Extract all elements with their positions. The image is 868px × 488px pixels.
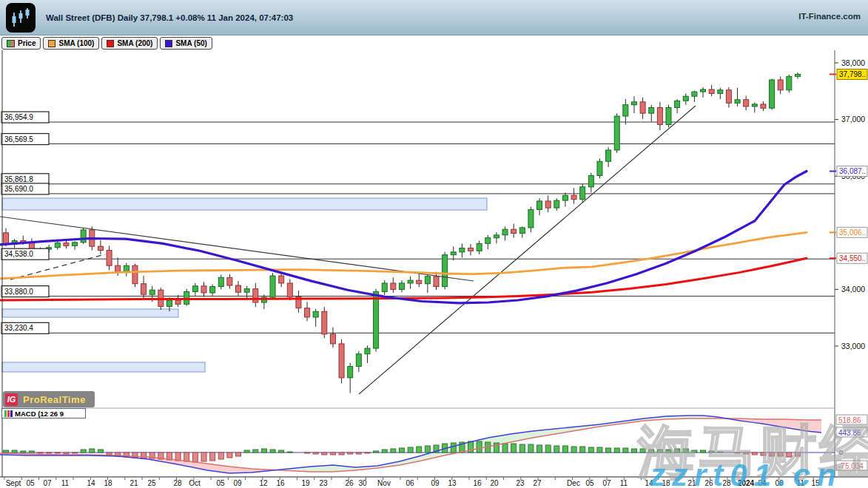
candle-body: [494, 235, 499, 238]
price-axis-layer: 38,00037,00036,00034,00033,00037,798..36…: [2, 50, 867, 477]
macd-histogram-bar: [528, 444, 534, 453]
macd-histogram-bar: [580, 447, 585, 453]
chart-title: Wall Street (DFB) Daily 37,798.1 +0.08% …: [46, 13, 293, 22]
macd-histogram-bar: [451, 443, 456, 453]
date-label: 18: [104, 479, 112, 487]
legend-button-price[interactable]: Price: [1, 37, 41, 50]
macd-histogram-bar: [132, 453, 138, 458]
candle-body: [98, 246, 103, 250]
candle-body: [554, 200, 559, 208]
candle-body: [391, 283, 396, 289]
trendline: [359, 106, 696, 394]
candle-body: [640, 102, 645, 113]
legend-label: SMA (50): [175, 39, 206, 47]
macd-histogram-bar: [47, 453, 52, 453]
chart-canvas[interactable]: 36,954.936,569.535,861.835,690.034,538.0…: [0, 0, 868, 488]
app-logo-icon: [6, 3, 36, 33]
macd-legend-label: MACD (12 26 9: [15, 410, 64, 418]
macd-histogram-bar: [55, 453, 60, 453]
candle-body: [752, 104, 757, 106]
candle-body: [571, 195, 576, 199]
candle-body: [657, 108, 662, 125]
watermark-layer: 海马财经zzrt01.cn: [637, 419, 868, 488]
candle-body: [545, 201, 551, 208]
candle-body: [218, 277, 223, 286]
macd-histogram-bar: [38, 453, 43, 453]
macd-histogram-bar: [244, 450, 249, 453]
macd-histogram-bar: [210, 453, 215, 461]
candle-body: [141, 284, 147, 295]
macd-histogram-bar: [313, 453, 318, 454]
legend-button-sma-200[interactable]: SMA (200): [101, 37, 158, 50]
candle-body: [244, 289, 249, 293]
title-bar: Wall Street (DFB) Daily 37,798.1 +0.08% …: [0, 0, 868, 35]
candle-body: [537, 201, 542, 209]
candle-body: [692, 92, 697, 96]
price-level-label: 35,690.0: [4, 185, 33, 193]
candle-body: [356, 354, 361, 367]
candle-body: [606, 150, 611, 161]
date-label: 27: [533, 479, 542, 487]
date-label: 05: [216, 479, 225, 487]
date-label: 06: [406, 479, 414, 487]
candle-body: [761, 104, 766, 108]
watermark-site-text: zzrt01.cn: [649, 458, 843, 488]
price-level-label: 35,861.8: [4, 175, 33, 183]
candle-body: [339, 344, 344, 378]
macd-histogram-bar: [73, 453, 78, 453]
date-label: 14: [87, 479, 95, 487]
date-label: 16: [276, 479, 285, 487]
macd-histogram-bar: [184, 453, 189, 461]
macd-histogram-bar: [477, 441, 482, 453]
macd-histogram-bar: [519, 444, 525, 453]
candle-body: [382, 283, 387, 291]
candle-body: [460, 248, 465, 251]
legend-button-sma-50[interactable]: SMA (50): [160, 37, 212, 50]
prorealtime-badge: IG ProRealTime: [3, 391, 95, 407]
candle-body: [787, 76, 792, 89]
candle-body: [253, 289, 258, 302]
macd-histogram-bar: [81, 450, 86, 453]
candles-layer: [4, 72, 801, 393]
candle-body: [175, 300, 181, 304]
candle-body: [236, 285, 241, 292]
sma-swatch-icon: [165, 40, 172, 47]
date-label: 09: [233, 479, 242, 487]
legend-label: SMA (100): [58, 39, 94, 47]
date-label: 11: [620, 479, 628, 487]
macd-histogram-bar: [597, 447, 602, 453]
macd-histogram-bar: [192, 453, 198, 462]
macd-histogram-bar: [631, 449, 636, 453]
candle-body: [313, 311, 318, 317]
candle-body: [770, 80, 775, 108]
macd-histogram-bar: [287, 452, 292, 453]
candle-body: [55, 243, 60, 248]
macd-legend-button[interactable]: MACD (12 26 9: [1, 408, 86, 418]
candle-body: [562, 195, 568, 200]
legend-button-sma-100[interactable]: SMA (100): [43, 37, 99, 50]
candle-body: [597, 161, 602, 175]
prorealtime-label: ProRealTime: [23, 394, 86, 405]
candle-body: [124, 265, 129, 271]
candle-body: [330, 334, 335, 344]
date-label: Dec: [567, 479, 580, 487]
candle-body: [184, 291, 189, 304]
candle-body: [73, 243, 78, 246]
macd-histogram-bar: [330, 453, 335, 455]
candle-body: [305, 308, 310, 317]
sma-swatch-icon: [107, 40, 114, 47]
candle-body: [348, 367, 353, 378]
macd-histogram-bar: [141, 453, 147, 458]
date-label: Oct: [189, 479, 201, 487]
macd-histogram-bar: [236, 453, 241, 456]
brand-link[interactable]: IT-Finance.com: [798, 12, 861, 21]
candle-body: [468, 248, 474, 251]
macd-histogram-bar: [382, 450, 387, 453]
macd-histogram-bar: [12, 450, 17, 453]
price-tag-label: 35,006..: [839, 228, 866, 237]
date-label: 13: [448, 479, 457, 487]
date-label: 12: [259, 479, 268, 487]
highlight-band: [2, 362, 205, 372]
date-label: 20: [490, 479, 499, 487]
candle-body: [425, 277, 430, 284]
